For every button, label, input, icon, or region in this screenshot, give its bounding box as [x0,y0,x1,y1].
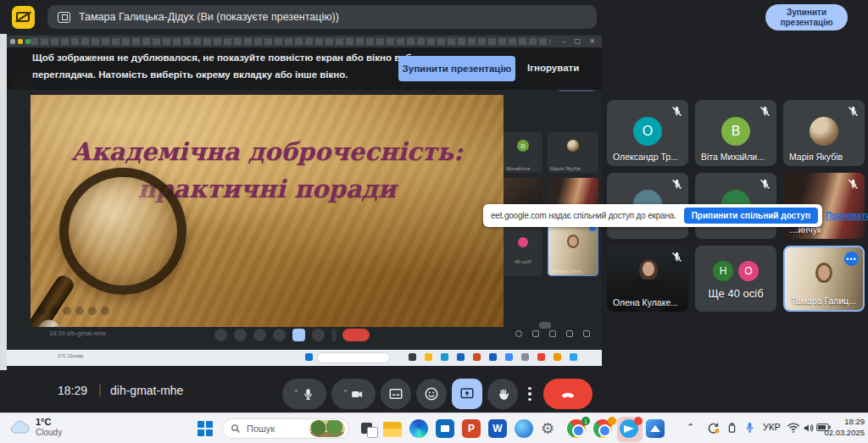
mirrored-app-icon [441,353,448,361]
captions-button[interactable] [381,379,411,409]
ignore-button[interactable]: Ігнорувати [527,63,579,73]
present-icon [459,386,475,401]
sync-tray-icon[interactable] [706,421,721,435]
participant-name: Віта Михайли... [701,152,765,162]
cloud-icon [10,419,31,435]
chevron-up-icon[interactable]: ⌃ [342,389,349,397]
stop-sharing-button[interactable]: Припинити спільний доступ [684,208,818,224]
hand-icon [496,387,510,401]
file-explorer-icon[interactable] [383,419,403,440]
chrome-profile2-icon[interactable] [593,419,614,440]
language-indicator[interactable]: УКР [763,422,781,432]
mirrored-avatar [567,140,579,152]
tab-dot [25,39,31,44]
wifi-tray-icon[interactable] [787,422,800,434]
mirrored-present-button [292,329,305,341]
presenter-name: Тамара Галицька-Дідух (Ви (показуєте пре… [79,11,339,23]
face [643,262,654,276]
warning-text-line2: переглядача. Натомість виберіть окрему в… [32,69,348,80]
stop-presentation-button[interactable]: Зупинити презентацію [765,4,848,30]
edge-browser-icon[interactable] [409,419,430,440]
word-icon[interactable]: W [488,419,509,440]
emoji-button[interactable] [416,379,447,409]
tab-dot [18,39,23,44]
mirrored-info-icon [515,330,522,337]
participant-tile[interactable]: Олена Кулаке... [607,246,688,312]
camera-button[interactable]: ⌃ [331,379,376,409]
raise-hand-button[interactable] [487,379,518,409]
share-message: eet.google.com надає спільний доступ до … [491,211,676,220]
mirrored-app-icon [457,353,465,361]
mirrored-weather: 1°C Cloudy [58,353,83,358]
meet-control-bar: 18:29 | dih-gmat-mhe ⌃ ⌃ [0,370,868,413]
present-now-button-active[interactable] [452,379,482,409]
settings-icon[interactable]: ⚙ [541,419,561,440]
mic-off-icon [670,178,683,191]
participant-tile[interactable]: В Віта Михайли... [695,100,776,166]
mirrored-chat-icon [549,330,556,337]
mic-off-icon [759,105,771,118]
participant-tile[interactable]: Марія Якубів [783,100,865,166]
meet-window: Тамара Галицька-Дідух (Ви (показуєте пре… [0,0,868,443]
microsoft-store-icon[interactable] [436,419,456,440]
photos-icon[interactable] [646,419,666,440]
mirrored-tile: Марія Якубів [548,132,598,173]
maps-app-icon[interactable] [515,419,535,440]
mirrored-start-icon [305,353,313,361]
mirrored-time-code: 18:29 dih-gmat-mhe [49,329,106,337]
weather-temp: 1°C [36,417,62,428]
magnifying-glass-image [59,168,186,295]
chrome-share-banner: eet.google.com надає спільний доступ до … [483,204,822,227]
slide-nav-controls[interactable] [37,307,109,315]
mirrored-tile: 40 осіб [504,224,542,276]
mirrored-captions-button [253,329,266,341]
mirrored-app-icon [473,353,481,361]
mirrored-lock-icon [583,330,590,337]
stop-presentation-banner-button[interactable]: Зупинити презентацію [398,56,515,81]
face [815,263,832,283]
overflow-participants-tile[interactable]: Н О Ще 40 осіб [695,246,776,312]
chrome-icon[interactable]: 1 [567,419,587,440]
weather-condition: Cloudy [36,428,62,438]
tray-clock[interactable]: 18:29 02.03.2025 [815,417,865,439]
emoji-icon [424,386,439,401]
self-video-tile[interactable]: ••• Тамара Галиц... [783,246,865,312]
start-button[interactable] [198,421,213,436]
end-call-button[interactable] [543,379,593,409]
mic-button[interactable]: ⌃ [282,379,326,409]
tab-dot [10,39,15,44]
tray-chevron-icon[interactable]: ⌃ [687,422,694,433]
participant-tile[interactable]: О Олександр Тр... [607,100,688,166]
magnifier-handle [31,273,76,327]
meeting-code: dih-gmat-mhe [110,384,183,397]
chevron-up-icon[interactable]: ⌃ [293,389,300,397]
mirrored-camera-button [234,329,247,341]
desktop-edge-strip [0,34,7,413]
avatar-photo [810,117,838,146]
speaker-tray-icon[interactable] [803,422,815,434]
mic-off-icon [847,178,860,191]
hide-banner-link[interactable]: Приховати [826,211,868,220]
presentation-slide: Академічна доброчесність: практичні пора… [31,95,504,327]
warning-text-line1: Щоб зображення не дублювалося, не показу… [32,53,415,63]
more-options-button[interactable] [523,379,537,409]
shared-screen-view: – ▢ ✕ Щоб зображення не дублювалося, не … [7,34,602,366]
avatar: О [633,117,662,146]
usb-tray-icon[interactable] [726,421,738,435]
mirrored-self-tile: Тамара Гали… [548,222,598,276]
tile-more-options-icon[interactable]: ••• [844,252,859,266]
powerpoint-icon[interactable]: P [462,419,482,440]
search-box[interactable]: Пошук [222,418,349,439]
mirrored-count-badge [539,322,551,329]
mirrored-people-icon [532,330,539,337]
captions-icon [388,386,403,401]
task-view-button[interactable] [359,419,380,440]
mirrored-more-button [331,329,337,341]
mirrored-app-icon [554,353,561,361]
telegram-icon[interactable] [620,419,640,440]
presentation-warning-banner: Щоб зображення не дублювалося, не показу… [7,47,602,90]
mic-off-icon [847,105,860,118]
mirrored-hand-button [312,329,325,341]
mic-tray-icon[interactable] [743,420,756,435]
weather-widget[interactable]: 1°C Cloudy [10,417,62,437]
